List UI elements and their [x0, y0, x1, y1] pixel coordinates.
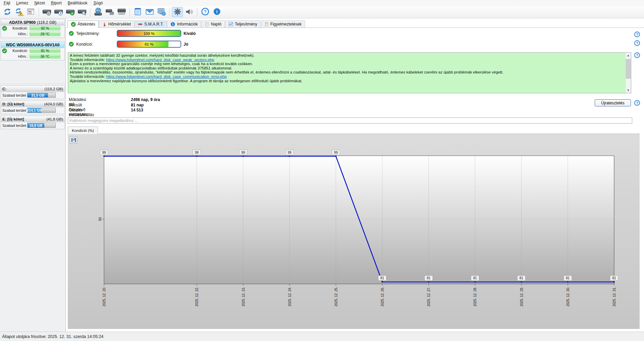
menu-beállítások[interactable]: Beállítások: [65, 0, 91, 6]
smart-bar-icon: [138, 22, 143, 27]
volume-free-bar-fill: 31,5 GB: [28, 93, 48, 97]
tab-teljes-tm-ny[interactable]: Teljesítmény: [225, 20, 261, 28]
save-chart-button[interactable]: [70, 136, 77, 144]
volume-card[interactable]: D: [Új kötet] (424,0 GB) Szabad terület …: [1, 101, 65, 114]
settings-icon: [173, 7, 182, 17]
disk-card[interactable]: WDC WD5000AAKS-00V1A0Kondíció:81 %Hőm.:3…: [1, 42, 65, 60]
report-window-icon: [27, 7, 35, 17]
svg-text:i: i: [216, 9, 218, 14]
svg-text:2025. 12. 20.: 2025. 12. 20.: [102, 287, 106, 306]
condition-chart-area: 9099999999998181818181812025. 12. 20.202…: [68, 134, 640, 329]
svg-text:2025. 12. 25.: 2025. 12. 25.: [334, 287, 338, 306]
help-icon[interactable]: ?: [634, 52, 640, 58]
toolbar-disk-network-button[interactable]: [93, 7, 104, 17]
performance-bar: 100 %: [117, 30, 181, 37]
toolbar-refresh-button[interactable]: [2, 7, 13, 17]
remote-computer-icon: [157, 7, 166, 17]
volume-free-row: Szabad terület 31,5 GB: [1, 92, 64, 99]
svg-text:81: 81: [519, 276, 524, 280]
info-link[interactable]: https://www.hdsentinel.com/hard_disk_cas…: [106, 75, 227, 79]
svg-text:2025. 12. 31.: 2025. 12. 31.: [612, 287, 616, 306]
comment-input[interactable]: [68, 117, 632, 124]
tab-h-m-rs-klet[interactable]: Hőmérséklet: [99, 20, 134, 28]
menu-nézet[interactable]: Nézet: [31, 0, 48, 6]
disk-metric-row: Kondíció:92 %: [1, 26, 64, 31]
toolbar-help-button[interactable]: ?: [200, 7, 211, 17]
disk-card[interactable]: ADATA SP900(119,2 GB)Kondíció:92 %Hőm.:2…: [1, 19, 65, 38]
toolbar-settings-button[interactable]: [172, 7, 183, 17]
stat-value: 14 513: [131, 108, 143, 112]
message-scrollbar[interactable]: ▲ ▼: [625, 53, 631, 93]
svg-text:81: 81: [473, 276, 477, 280]
help-icon[interactable]: ?: [634, 32, 640, 37]
help-icon[interactable]: ?: [634, 100, 640, 106]
email-icon: [145, 7, 154, 17]
menu-lemez[interactable]: Lemez: [13, 0, 31, 6]
tab--ttekint-s[interactable]: Áttekintés: [67, 20, 99, 28]
tab-inform-ci-k[interactable]: Információk: [167, 20, 201, 28]
tab-label: Figyelmeztetések: [270, 22, 302, 27]
volume-card[interactable]: E: [Új kötet] (41,8 GB) Szabad terület 1…: [1, 116, 65, 129]
svg-text:81: 81: [612, 276, 616, 280]
volume-card[interactable]: C: (119,2 GB) Szabad terület 31,5 GB: [1, 86, 65, 99]
info-circle-icon: [170, 22, 175, 27]
toolbar-separator: [169, 8, 169, 16]
scroll-down-icon[interactable]: ▼: [626, 88, 631, 93]
scroll-up-icon[interactable]: ▲: [626, 53, 631, 58]
tab-label: S.M.A.R.T.: [144, 22, 163, 27]
toolbar-disk-usb-button[interactable]: [104, 7, 115, 17]
volume-card-header[interactable]: C: (119,2 GB): [1, 86, 64, 92]
volume-free-bar: 214,1 GB: [27, 108, 56, 113]
svg-text:90: 90: [98, 217, 102, 221]
disk-card-header[interactable]: WDC WD5000AAKS-00V1A0: [1, 42, 64, 48]
disk-name: WDC WD5000AAKS-00V1A0: [6, 43, 59, 47]
page-icon: [205, 22, 209, 27]
help-icon[interactable]: ?: [634, 40, 640, 46]
toolbar-about-button[interactable]: i: [211, 7, 222, 17]
toolbar-remote-computer-button[interactable]: [156, 7, 167, 17]
volume-card-header[interactable]: D: [Új kötet] (424,0 GB): [1, 101, 64, 107]
menu-fájl[interactable]: Fájl: [1, 0, 13, 6]
toolbar-separator: [130, 8, 130, 16]
condition-rating: Jó: [184, 42, 188, 47]
tab-s-m-a-r-t-[interactable]: S.M.A.R.T.: [135, 20, 167, 28]
volume-free-row: Szabad terület 16,8 GB: [1, 122, 64, 129]
tab-bar: ÁttekintésHőmérsékletS.M.A.R.T.Informáci…: [66, 20, 644, 28]
condition-bar: 81 %: [117, 41, 181, 48]
svg-text:99: 99: [241, 151, 245, 154]
toolbar-disk-search-button[interactable]: [77, 7, 88, 17]
volume-card-header[interactable]: E: [Új kötet] (41,8 GB): [1, 116, 64, 122]
health-message-line: Ajánlatos a merevlemez naplójának bizony…: [70, 79, 624, 83]
toolbar-disk-status-button[interactable]: [41, 7, 52, 17]
toolbar-notes-button[interactable]: [132, 7, 143, 17]
svg-text:2025. 12. 29.: 2025. 12. 29.: [520, 287, 524, 306]
toolbar-refresh-warning-button[interactable]: [13, 7, 24, 17]
toolbar-sounds-button[interactable]: [184, 7, 195, 17]
tab-label: Napló: [211, 22, 221, 27]
retest-button[interactable]: Újratesztelés: [595, 99, 631, 106]
performance-label: Teljesítmény:: [76, 31, 100, 36]
volume-size: (424,0 GB): [44, 102, 63, 106]
help-icon: ?: [201, 7, 209, 17]
disk-metric-row: Hőm.:36 °C: [1, 54, 64, 59]
scroll-thumb[interactable]: [626, 59, 631, 79]
tab-napl-[interactable]: Napló: [201, 20, 225, 28]
toolbar-disk-eject-button[interactable]: [116, 7, 127, 17]
tab-figyelmeztet-sek[interactable]: Figyelmeztetések: [261, 20, 305, 28]
condition-history-chart: 9099999999998181818181812025. 12. 20.202…: [68, 134, 640, 329]
toolbar-disk-ok-button[interactable]: [65, 7, 76, 17]
disk-metric-bar: 92 %: [30, 26, 60, 31]
disk-metric-label: Hőm.:: [1, 54, 28, 58]
menu-riport[interactable]: Riport: [48, 0, 65, 6]
disk-metric-bar: 81 %: [30, 48, 60, 53]
toolbar-disk-schedule-button[interactable]: [53, 7, 64, 17]
toolbar-report-window-button[interactable]: [25, 7, 36, 17]
disk-card-header[interactable]: ADATA SP900(119,2 GB): [1, 19, 64, 26]
disk-metric-bar: 36 °C: [30, 54, 60, 59]
svg-text:2025. 12. 26.: 2025. 12. 26.: [381, 287, 384, 306]
info-link[interactable]: https://www.hdsentinel.com/hard_disk_cas…: [106, 58, 214, 62]
svg-text:2025. 12. 30.: 2025. 12. 30.: [566, 287, 570, 306]
menu-súgó[interactable]: Súgó: [90, 0, 106, 6]
toolbar-email-button[interactable]: [144, 7, 155, 17]
chart-tab-condition[interactable]: Kondíció (%): [68, 127, 98, 134]
